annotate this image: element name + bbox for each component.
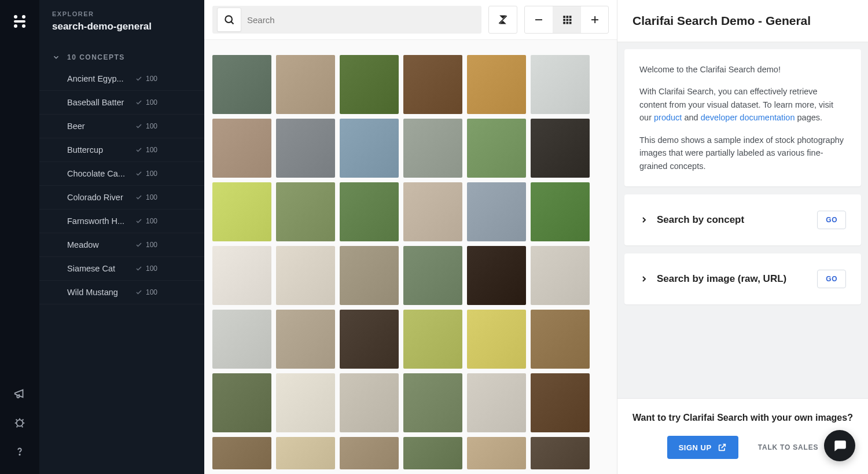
image-grid-scroll[interactable] [204,40,617,474]
concept-count: 100 [146,98,157,106]
image-tile[interactable] [276,246,335,305]
product-link[interactable]: product [654,113,682,122]
sidebar-header: EXPLORER search-demo-general [39,0,204,41]
search-box [212,6,481,34]
chevron-down-icon [52,53,60,61]
image-tile[interactable] [212,246,271,305]
image-tile[interactable] [276,182,335,241]
image-tile[interactable] [340,182,399,241]
concept-name: Ancient Egyp... [67,74,135,83]
concept-list: Ancient Egyp... 100 Baseball Batter 100 … [39,67,204,304]
concept-item[interactable]: Meadow 100 [39,233,204,257]
image-tile[interactable] [340,373,399,432]
action-card-header[interactable]: Search by concept [639,214,744,226]
go-button[interactable]: GO [817,270,846,288]
svg-rect-10 [535,19,542,20]
chat-launcher[interactable] [824,430,855,461]
developer-docs-link[interactable]: developer documentation [701,113,795,122]
image-tile[interactable] [212,119,271,178]
nav-rail [0,0,39,474]
concept-item[interactable]: Buttercup 100 [39,138,204,162]
image-tile[interactable] [403,310,462,369]
svg-point-0 [14,15,17,19]
talk-to-sales-link[interactable]: TALK TO SALES [758,443,819,451]
grid-view-button[interactable] [553,6,580,33]
check-icon [135,218,142,225]
sign-up-button[interactable]: SIGN UP [667,436,738,459]
concept-item[interactable]: Wild Mustang 100 [39,281,204,304]
image-tile[interactable] [403,55,462,114]
image-tile[interactable] [403,246,462,305]
image-tile[interactable] [276,373,335,432]
image-tile[interactable] [340,119,399,178]
concept-item[interactable]: Siamese Cat 100 [39,257,204,281]
concept-name: Baseball Batter [67,98,135,107]
image-tile[interactable] [212,310,271,369]
image-tile[interactable] [403,119,462,178]
svg-rect-2 [14,20,25,23]
concepts-header-label: 10 CONCEPTS [67,53,125,61]
image-tile[interactable] [403,437,462,469]
action-card-header[interactable]: Search by image (raw, URL) [639,273,786,285]
image-tile[interactable] [212,182,271,241]
image-tile[interactable] [467,373,526,432]
image-tile[interactable] [340,310,399,369]
announcements-icon[interactable] [13,387,26,400]
image-tile[interactable] [276,55,335,114]
image-tile[interactable] [212,55,271,114]
image-tile[interactable] [276,310,335,369]
image-tile[interactable] [276,437,335,469]
image-tile[interactable] [467,55,526,114]
image-tile[interactable] [531,182,590,241]
concept-item[interactable]: Colorado River 100 [39,186,204,210]
view-group [524,6,609,34]
zoom-out-button[interactable] [525,6,553,33]
concept-name: Beer [67,122,135,131]
image-tile[interactable] [403,373,462,432]
image-tile[interactable] [276,119,335,178]
image-grid [212,55,609,469]
intro-paragraph-3: This demo shows a sample index of stock … [639,134,846,172]
zoom-in-button[interactable] [580,6,608,33]
image-tile[interactable] [467,246,526,305]
image-tile[interactable] [212,373,271,432]
concept-item[interactable]: Beer 100 [39,115,204,138]
image-tile[interactable] [467,119,526,178]
image-tile[interactable] [531,119,590,178]
concept-item[interactable]: Baseball Batter 100 [39,91,204,115]
image-tile[interactable] [531,55,590,114]
go-button[interactable]: GO [817,211,846,229]
image-tile[interactable] [531,373,590,432]
svg-rect-16 [569,19,571,21]
concept-count: 100 [146,75,157,83]
image-tile[interactable] [340,246,399,305]
search-input[interactable] [247,6,477,34]
explorer-sidebar: EXPLORER search-demo-general 10 CONCEPTS… [39,0,204,474]
image-tile[interactable] [467,310,526,369]
search-button[interactable] [217,8,241,32]
image-tile[interactable] [403,182,462,241]
check-icon [135,241,142,248]
image-tile[interactable] [467,182,526,241]
image-tile[interactable] [531,437,590,469]
filter-toggle-button[interactable] [489,6,517,33]
image-tile[interactable] [531,246,590,305]
concepts-toggle[interactable]: 10 CONCEPTS [39,41,204,67]
image-tile[interactable] [467,437,526,469]
bug-report-icon[interactable] [13,416,26,429]
check-icon [135,146,142,153]
image-tile[interactable] [340,55,399,114]
intro-card: Welcome to the Clarifai Search demo! Wit… [624,49,861,186]
concept-item[interactable]: Chocolate Ca... 100 [39,162,204,186]
concept-item[interactable]: Farnsworth H... 100 [39,210,204,233]
image-tile[interactable] [340,437,399,469]
intro-paragraph-1: Welcome to the Clarifai Search demo! [639,63,846,76]
brand-logo [11,13,28,30]
image-tile[interactable] [531,310,590,369]
help-icon[interactable] [13,445,26,458]
concept-name: Colorado River [67,193,135,202]
concept-name: Meadow [67,240,135,249]
concept-item[interactable]: Ancient Egyp... 100 [39,67,204,91]
sign-up-label: SIGN UP [679,443,712,452]
image-tile[interactable] [212,437,271,469]
